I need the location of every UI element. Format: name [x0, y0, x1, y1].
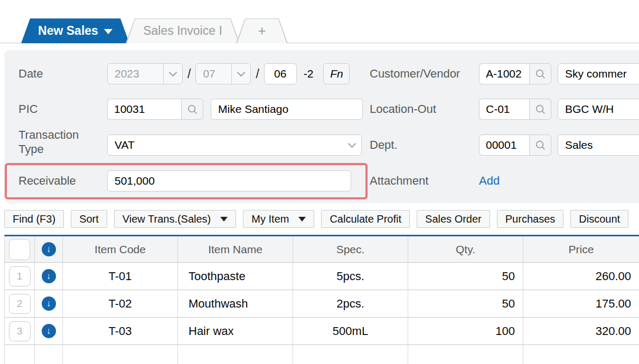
fill-down-cell: ↓ — [35, 236, 63, 262]
location-search-button[interactable] — [529, 99, 551, 120]
transaction-type-label: Transaction Type — [18, 128, 103, 156]
my-item-button[interactable]: My Item — [243, 210, 314, 228]
sort-button[interactable]: Sort — [71, 210, 107, 228]
year-select[interactable]: 2023 — [107, 63, 183, 84]
date-label: Date — [18, 63, 43, 84]
chevron-down-icon — [231, 64, 250, 84]
empty-cell[interactable] — [63, 345, 178, 364]
fill-down-icon[interactable]: ↓ — [42, 242, 56, 256]
fill-down-icon[interactable]: ↓ — [42, 324, 56, 338]
transaction-type-value: VAT — [108, 135, 342, 155]
purchases-button[interactable]: Purchases — [497, 210, 564, 228]
spec-cell[interactable]: 5pcs. — [293, 263, 408, 290]
item-code-cell[interactable]: T-01 — [63, 263, 178, 290]
month-select[interactable]: 07 — [195, 63, 251, 84]
qty-cell[interactable]: 50 — [408, 263, 523, 290]
table-row: 3 ↓ T-03 Hair wax 500mL 100 320.00 — [5, 318, 639, 345]
customer-search-button[interactable] — [529, 63, 551, 84]
search-icon — [535, 140, 546, 151]
day-input[interactable]: 06 — [264, 63, 297, 84]
header-form-panel: Date 2023 / 07 / 06 -2 Fn Customer/Vendo… — [4, 50, 639, 203]
tab-add-new[interactable]: + — [236, 18, 288, 43]
tab-label: Sales Invoice I — [126, 18, 240, 43]
search-icon — [187, 104, 198, 115]
transaction-type-select[interactable]: VAT — [107, 135, 362, 156]
column-header-item-name: Item Name — [178, 236, 293, 262]
empty-cell[interactable] — [35, 345, 63, 364]
fill-down-icon[interactable]: ↓ — [42, 296, 56, 311]
toolbar: Find (F3) Sort View Trans.(Sales) My Ite… — [4, 210, 628, 228]
empty-cell[interactable] — [408, 345, 523, 364]
attachment-add-link[interactable]: Add — [479, 170, 500, 191]
date-separator: / — [256, 63, 259, 84]
attachment-field-group: Add — [479, 170, 500, 191]
items-table: ↓ Item Code Item Name Spec. Qty. Price 1… — [4, 235, 639, 364]
location-code-input[interactable]: C-01 — [479, 99, 529, 120]
date-separator: / — [187, 63, 191, 84]
find-button[interactable]: Find (F3) — [4, 210, 64, 228]
item-name-cell[interactable]: Toothpaste — [178, 263, 293, 290]
customer-vendor-label: Customer/Vendor — [370, 63, 460, 84]
chevron-down-icon — [342, 135, 361, 155]
empty-cell[interactable] — [5, 345, 35, 364]
sales-order-button[interactable]: Sales Order — [417, 210, 490, 228]
dropdown-arrow-icon — [104, 29, 112, 34]
customer-name-input[interactable]: Sky commer — [558, 63, 639, 84]
table-row: 2 ↓ T-02 Mouthwash 2pcs. 50 175.00 — [5, 290, 639, 318]
receivable-field-group: 501,000 — [107, 170, 351, 191]
price-cell[interactable]: 260.00 — [523, 263, 639, 290]
calculate-profit-button[interactable]: Calculate Profit — [321, 210, 410, 228]
empty-cell[interactable] — [178, 345, 293, 364]
location-out-label: Location-Out — [370, 99, 436, 120]
qty-cell[interactable]: 50 — [408, 290, 523, 317]
discount-button[interactable]: Discount — [570, 210, 628, 228]
item-code-cell[interactable]: T-02 — [63, 290, 178, 317]
select-all-checkbox[interactable] — [9, 239, 30, 260]
tab-label: New Sales — [38, 24, 98, 38]
pic-code-input[interactable]: 10031 — [107, 99, 181, 120]
dept-search-button[interactable] — [529, 135, 551, 156]
pic-search-button[interactable] — [181, 99, 203, 120]
table-row-empty — [5, 345, 639, 364]
row-number[interactable]: 1 — [9, 266, 31, 286]
view-trans-button[interactable]: View Trans.(Sales) — [114, 210, 236, 228]
receivable-input[interactable]: 501,000 — [107, 170, 351, 191]
tab-new-sales[interactable]: New Sales — [21, 18, 129, 43]
dept-code-input[interactable]: 00001 — [479, 135, 529, 156]
spec-cell[interactable]: 500mL — [293, 318, 408, 344]
item-code-cell[interactable]: T-03 — [63, 318, 178, 344]
dropdown-arrow-icon — [220, 217, 228, 222]
row-number[interactable]: 3 — [9, 321, 31, 341]
dept-label: Dept. — [370, 135, 398, 156]
column-header-qty: Qty. — [408, 236, 523, 262]
pic-label: PIC — [18, 99, 38, 120]
price-cell[interactable]: 320.00 — [523, 318, 639, 344]
item-name-cell[interactable]: Hair wax — [178, 318, 293, 344]
column-header-item-code: Item Code — [63, 236, 178, 262]
dept-name-input[interactable]: Sales — [558, 135, 639, 156]
chevron-down-icon — [163, 64, 182, 84]
item-name-cell[interactable]: Mouthwash — [178, 290, 293, 317]
column-header-price: Price — [523, 236, 639, 262]
fn-button[interactable]: Fn — [323, 63, 350, 84]
empty-cell[interactable] — [293, 345, 408, 364]
row-number[interactable]: 2 — [9, 294, 31, 314]
table-header-row: ↓ Item Code Item Name Spec. Qty. Price — [5, 236, 639, 263]
add-tab-icon: + — [236, 18, 288, 43]
select-all-cell — [5, 236, 35, 262]
search-icon — [535, 104, 546, 115]
empty-cell[interactable] — [523, 345, 639, 364]
pic-name-input[interactable]: Mike Santiago — [211, 99, 363, 120]
transaction-type-field-group: VAT — [107, 135, 362, 156]
dropdown-arrow-icon — [298, 217, 306, 222]
pic-field-group: 10031 Mike Santiago — [107, 99, 363, 120]
customer-code-input[interactable]: A-1002 — [479, 63, 529, 84]
spec-cell[interactable]: 2pcs. — [293, 290, 408, 317]
price-cell[interactable]: 175.00 — [523, 290, 639, 317]
column-header-spec: Spec. — [293, 236, 408, 262]
fill-down-icon[interactable]: ↓ — [42, 269, 56, 283]
day-offset-text: -2 — [304, 63, 314, 84]
qty-cell[interactable]: 100 — [408, 318, 523, 344]
tab-sales-invoice[interactable]: Sales Invoice I — [126, 18, 240, 43]
location-name-input[interactable]: BGC W/H — [558, 99, 639, 120]
